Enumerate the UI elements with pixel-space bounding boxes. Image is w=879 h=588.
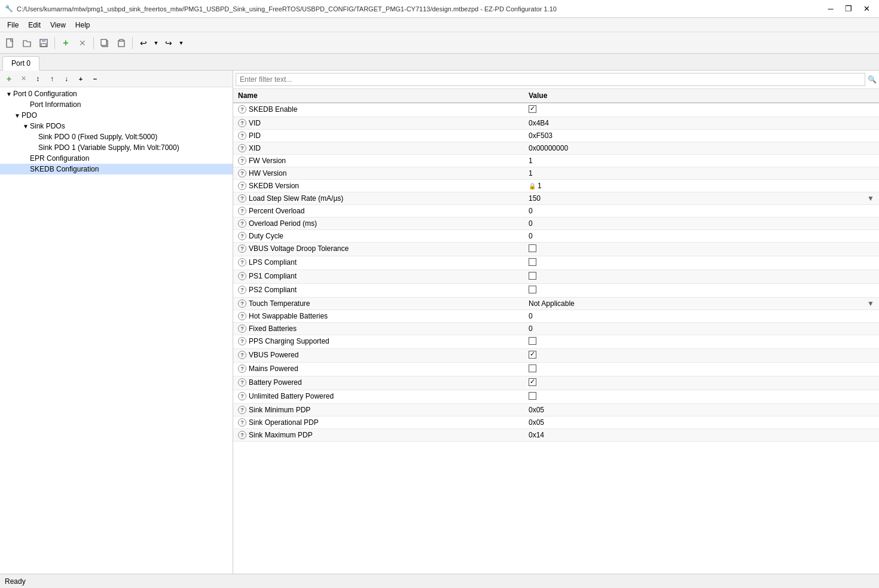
prop-value-cell: 0 — [524, 230, 879, 243]
title-bar-controls[interactable]: ─ ❐ ✕ — [823, 3, 874, 15]
tab-bar: Port 0 — [0, 54, 879, 71]
redo-button[interactable]: ↪ — [161, 35, 176, 51]
prop-checkbox[interactable] — [529, 365, 536, 372]
help-icon[interactable]: ? — [238, 105, 246, 114]
tab-port0[interactable]: Port 0 — [2, 56, 39, 71]
open-button[interactable] — [19, 35, 35, 51]
help-icon[interactable]: ? — [238, 324, 246, 333]
minimize-button[interactable]: ─ — [823, 3, 838, 15]
new-button[interactable] — [2, 35, 18, 51]
prop-value-cell[interactable]: 150▼ — [524, 192, 879, 205]
tree-sort-btn[interactable]: ↕ — [31, 72, 44, 85]
tree-down-btn[interactable]: ↓ — [60, 72, 73, 85]
help-icon[interactable]: ? — [238, 144, 246, 152]
prop-checkbox[interactable] — [529, 258, 536, 266]
undo-dropdown[interactable]: ▼ — [152, 35, 160, 51]
help-icon[interactable]: ? — [238, 418, 246, 427]
prop-name-cell: ?Sink Minimum PDP — [233, 404, 524, 416]
prop-name-label: Hot Swappable Batteries — [249, 312, 328, 320]
prop-name-label: Unlimited Battery Powered — [249, 392, 334, 400]
menu-view[interactable]: View — [45, 20, 71, 30]
prop-checkbox[interactable] — [529, 272, 536, 280]
help-icon[interactable]: ? — [238, 119, 246, 127]
help-icon[interactable]: ? — [238, 365, 246, 373]
prop-dropdown[interactable]: Not Applicable▼ — [529, 299, 874, 308]
help-icon[interactable]: ? — [238, 272, 246, 280]
prop-checkbox[interactable] — [529, 286, 536, 293]
prop-name-cell: ?Mains Powered — [233, 363, 524, 375]
help-icon[interactable]: ? — [238, 244, 246, 253]
help-icon[interactable]: ? — [238, 207, 246, 215]
delete-button[interactable]: ✕ — [75, 35, 90, 51]
tree-expand-btn[interactable]: + — [74, 72, 87, 85]
prop-checkbox[interactable] — [529, 105, 536, 113]
filter-input[interactable] — [236, 73, 865, 86]
prop-value-cell[interactable] — [524, 270, 879, 284]
prop-value-cell[interactable] — [524, 335, 879, 349]
table-row: ?XID0x00000000 — [233, 142, 879, 155]
tree-item-port-info[interactable]: ▶ Port Information — [0, 99, 233, 110]
tree-item-port0-config[interactable]: ▼ Port 0 Configuration — [0, 88, 233, 99]
prop-value-cell[interactable] — [524, 243, 879, 256]
close-button[interactable]: ✕ — [859, 3, 874, 15]
table-row: ?LPS Compliant — [233, 256, 879, 270]
tree-item-pdo[interactable]: ▼ PDO — [0, 110, 233, 121]
add-button[interactable]: + — [58, 35, 74, 51]
help-icon[interactable]: ? — [238, 157, 246, 165]
tree-item-sink-pdo-1[interactable]: ▶ Sink PDO 1 (Variable Supply, Min Volt:… — [0, 142, 233, 153]
prop-value-cell[interactable]: 🔒1 — [524, 180, 879, 192]
tree-delete-btn[interactable]: ✕ — [17, 72, 30, 85]
help-icon[interactable]: ? — [238, 392, 246, 400]
prop-value-cell[interactable] — [524, 349, 879, 363]
help-icon[interactable]: ? — [238, 219, 246, 228]
tree-item-skedb-config[interactable]: ▶ SKEDB Configuration — [0, 164, 233, 174]
help-icon[interactable]: ? — [238, 232, 246, 240]
undo-button[interactable]: ↩ — [136, 35, 151, 51]
tree-item-epr-config[interactable]: ▶ EPR Configuration — [0, 153, 233, 164]
menu-help[interactable]: Help — [71, 20, 95, 30]
prop-value-cell[interactable] — [524, 256, 879, 270]
tree-arrow-port0[interactable]: ▼ — [5, 91, 13, 97]
help-icon[interactable]: ? — [238, 431, 246, 439]
help-icon[interactable]: ? — [238, 286, 246, 294]
prop-value-cell[interactable] — [524, 390, 879, 404]
prop-dropdown[interactable]: 150▼ — [529, 194, 874, 203]
tree-item-sink-pdo-0[interactable]: ▶ Sink PDO 0 (Fixed Supply, Volt:5000) — [0, 131, 233, 142]
prop-value-cell[interactable] — [524, 363, 879, 376]
help-icon[interactable]: ? — [238, 351, 246, 359]
prop-value-cell[interactable]: Not Applicable▼ — [524, 298, 879, 310]
prop-checkbox[interactable] — [529, 378, 536, 386]
help-icon[interactable]: ? — [238, 337, 246, 345]
tree-add-btn[interactable]: + — [2, 72, 16, 85]
help-icon[interactable]: ? — [238, 312, 246, 320]
prop-value-cell[interactable] — [524, 376, 879, 390]
prop-checkbox[interactable] — [529, 392, 536, 400]
help-icon[interactable]: ? — [238, 182, 246, 190]
redo-dropdown[interactable]: ▼ — [178, 35, 185, 51]
help-icon[interactable]: ? — [238, 169, 246, 177]
prop-value-cell[interactable] — [524, 103, 879, 117]
help-icon[interactable]: ? — [238, 406, 246, 414]
svg-rect-5 — [101, 39, 106, 45]
copy-button[interactable] — [97, 35, 112, 51]
help-icon[interactable]: ? — [238, 194, 246, 203]
prop-value-cell[interactable] — [524, 284, 879, 298]
prop-checkbox[interactable] — [529, 244, 536, 252]
tree-arrow-pdo[interactable]: ▼ — [13, 112, 22, 119]
tree-collapse-btn[interactable]: − — [88, 72, 102, 85]
tree-up-btn[interactable]: ↑ — [45, 72, 59, 85]
help-icon[interactable]: ? — [238, 131, 246, 140]
tree-arrow-sink-pdos[interactable]: ▼ — [22, 123, 30, 130]
menu-edit[interactable]: Edit — [23, 20, 45, 30]
help-icon[interactable]: ? — [238, 378, 246, 387]
help-icon[interactable]: ? — [238, 299, 246, 308]
prop-checkbox[interactable] — [529, 337, 536, 345]
paste-button[interactable] — [114, 35, 129, 51]
tree-item-sink-pdos[interactable]: ▼ Sink PDOs — [0, 121, 233, 131]
save-button[interactable] — [36, 35, 51, 51]
help-icon[interactable]: ? — [238, 258, 246, 267]
restore-button[interactable]: ❐ — [841, 3, 856, 15]
menu-file[interactable]: File — [2, 20, 23, 30]
prop-value-cell: 1 — [524, 167, 879, 180]
prop-checkbox[interactable] — [529, 351, 536, 359]
